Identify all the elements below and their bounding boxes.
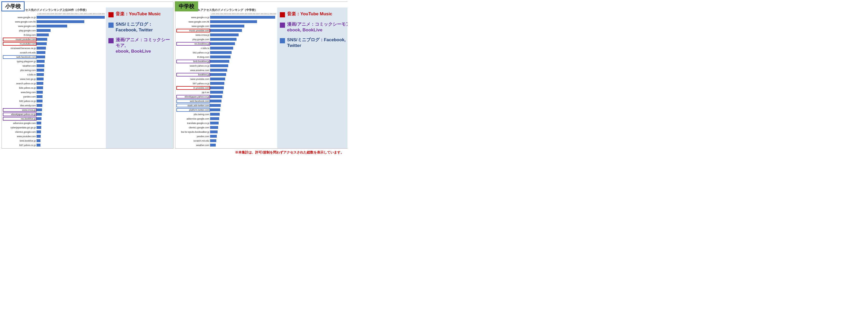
bar-container — [37, 42, 105, 45]
chart-row: music.youtube.com — [3, 37, 105, 41]
bar-container — [37, 20, 105, 23]
chart-row: scratch.mit.edu — [3, 51, 105, 55]
chart-row: n.loilo.tv — [176, 46, 276, 50]
bar-container — [37, 33, 105, 36]
chart-row: clients1.google.com — [3, 130, 105, 134]
chart-row: scratch.mit.edu — [176, 139, 276, 143]
elementary-ann-sns: SNS/ミニブログ：Facebook, Twitter — [108, 22, 170, 33]
domain-label: yandex.com — [3, 95, 37, 98]
chart-row: bw-bv-epubs.bookwalker.jp — [176, 130, 276, 134]
domain-label: www.google.com.hk — [176, 21, 210, 23]
bar — [210, 104, 221, 107]
bar-container — [37, 60, 105, 63]
bar — [37, 56, 45, 58]
domain-label: th.bing.com — [176, 56, 210, 58]
bar-container — [210, 82, 276, 85]
bar-container — [37, 130, 105, 133]
bar — [37, 139, 40, 142]
chart-row: www.arealme.com — [176, 68, 276, 72]
bar — [37, 86, 43, 89]
bar — [210, 86, 224, 89]
elementary-badge: 小学校 — [1, 1, 25, 11]
chart-row: platform.twitter.com — [176, 108, 276, 112]
bar-container — [210, 130, 276, 133]
bar-container — [210, 86, 276, 89]
chart-row: m.youtube.com — [176, 86, 276, 90]
bar-container — [210, 47, 276, 50]
bar-container — [37, 139, 105, 142]
elementary-chart-section: アクセス先のドメインランキング上位30件（小学校） 1,000,000 3,00… — [2, 7, 106, 148]
chart-row: yandex.com — [176, 134, 276, 138]
music-icon-elem — [108, 12, 114, 18]
domain-label: typing.playgram.jp — [3, 60, 37, 63]
bar — [37, 99, 42, 102]
bar — [210, 91, 223, 94]
bar — [210, 64, 228, 67]
bar — [37, 25, 67, 28]
chart-row: clients1.google.com — [176, 125, 276, 129]
domain-label: translate.google.co.jp — [176, 122, 210, 124]
domain-label: platform.twitter.com — [176, 108, 210, 112]
bar-container — [37, 99, 105, 102]
chart-row: binb.booklive.jp — [3, 139, 105, 143]
domain-label: www.google.co.jp — [3, 16, 37, 19]
ann-sns-mid-label: SNS/ミニブログ：Facebook, Twitter — [287, 37, 346, 49]
chart-row: miraiseed.benesse.ne.jp — [3, 46, 105, 50]
chart-row: www.bing.com — [3, 90, 105, 94]
ann-manga-label: 漫画/アニメ：コミックシーモア, ebook, BookLive — [116, 37, 170, 54]
domain-label: cyberjapandata.gsi.go.jp — [3, 126, 37, 129]
bar-container — [37, 104, 105, 107]
middle-chart-section: 10b.アクセス先のドメインランキング（中学校） 1,000,000 2,000… — [175, 7, 277, 148]
domain-label: adservice.google.com — [3, 122, 37, 124]
domain-label: pbs.twimg.com — [3, 69, 37, 71]
domain-label: weather.com — [3, 65, 37, 67]
domain-label: weather.com — [176, 144, 210, 147]
bar-container — [210, 139, 276, 142]
chart-row: weather.com — [176, 143, 276, 147]
chart-row: pp.ii.ax — [176, 90, 276, 94]
middle-panel: 中学校 10b.アクセス先のドメインランキング（中学校） 1,000,000 2… — [175, 2, 347, 149]
domain-label: www.google.com — [3, 25, 37, 28]
domain-label: b97.yahoo.co.jp — [3, 144, 37, 147]
domain-label: clients1.google.com — [3, 131, 37, 133]
ann-manga-mid-label: 漫画/アニメ：コミックシーモア, ebook, BookLive — [287, 22, 347, 33]
chart-row: ebookjapan.yahoo.co.jp — [176, 95, 276, 98]
bar-container — [210, 135, 276, 138]
chart-row: binb.booklive.jp — [176, 59, 276, 63]
domain-label: n.loilo.tv — [176, 47, 210, 50]
chart-row: b97.yahoo.co.jp — [176, 82, 276, 85]
domain-label: www.arealme.com — [176, 69, 210, 71]
bar-container — [210, 38, 276, 41]
bar — [210, 95, 222, 98]
elementary-chart: www.google.co.jpwww.google.com.hkwww.goo… — [3, 15, 105, 147]
chart-row: pbs.twimg.com — [3, 68, 105, 72]
bar-container — [210, 99, 276, 102]
bar-container — [37, 113, 105, 116]
elementary-ann-music: 音楽：YouTube Music — [108, 11, 170, 18]
bar — [210, 60, 229, 63]
chart-row: ebookjapan.yahoo.co.jp — [3, 112, 105, 116]
bar-container — [37, 122, 105, 124]
domain-label: scratch.mit.edu — [176, 140, 210, 142]
bar-container — [37, 135, 105, 138]
bar — [37, 33, 49, 36]
chart-row: static.ads-twitter.com — [176, 103, 276, 108]
bar-container — [37, 56, 105, 58]
bar — [210, 73, 226, 76]
bar-container — [210, 91, 276, 94]
chart-row: www.google.com — [176, 24, 276, 28]
domain-label: m.youtube.com — [3, 42, 37, 45]
bar-container — [210, 25, 276, 28]
bar — [37, 47, 46, 50]
domain-label: binb.booklive.jp — [3, 140, 37, 142]
middle-chart: www.google.co.jpwww.google.com.hkwww.goo… — [176, 15, 276, 147]
chart-row: www.youtube.com — [3, 134, 105, 138]
chart-row: kids.yahoo.co.jp — [3, 86, 105, 90]
chart-row: www.cmoa.jp — [176, 33, 276, 37]
middle-annotations: 音楽：YouTube Music 漫画/アニメ：コミックシーモア, ebook,… — [277, 7, 347, 148]
bar — [210, 113, 220, 116]
chart-row: cyberjapandata.gsi.go.jp — [3, 125, 105, 129]
chart-row: www.google.com.hk — [3, 20, 105, 24]
chart-row: th.bing.com — [176, 55, 276, 59]
chart-row: weather.com — [3, 64, 105, 68]
